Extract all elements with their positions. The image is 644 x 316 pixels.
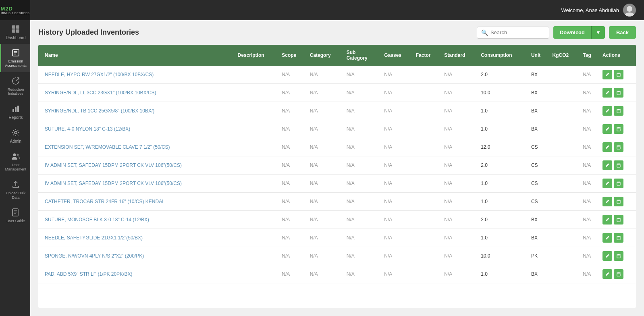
delete-button[interactable] bbox=[614, 215, 623, 225]
cell-tag: N/A bbox=[580, 247, 599, 265]
sidebar-item-reduction-initiatives[interactable]: Reduction Initiatives bbox=[0, 72, 30, 100]
cell-tag: N/A bbox=[580, 211, 599, 229]
cell-description bbox=[235, 84, 279, 102]
edit-button[interactable] bbox=[602, 70, 612, 79]
delete-button[interactable] bbox=[614, 233, 623, 243]
cell-kgco2 bbox=[549, 193, 580, 211]
svg-point-13 bbox=[13, 154, 16, 156]
cell-kgco2 bbox=[549, 211, 580, 229]
edit-button[interactable] bbox=[602, 179, 612, 188]
cell-name: SUTURE, MONOSOF BLK 3-0 18" C-14 (12/BX) bbox=[38, 211, 235, 229]
cell-gasses: N/A bbox=[381, 156, 412, 175]
cell-tag: N/A bbox=[580, 102, 599, 120]
cell-description bbox=[235, 247, 279, 265]
cell-description bbox=[235, 193, 279, 211]
cell-factor bbox=[413, 66, 441, 84]
delete-button[interactable] bbox=[614, 70, 623, 79]
cell-category: N/A bbox=[307, 175, 343, 193]
edit-button[interactable] bbox=[602, 197, 612, 206]
sidebar-item-reports[interactable]: Reports bbox=[0, 100, 30, 124]
cell-consumption: 1.0 bbox=[478, 120, 528, 138]
cell-actions bbox=[599, 265, 636, 283]
sidebar: M2D MINUS 2 DEGREES Dashboard Emission A… bbox=[0, 0, 30, 316]
main-content: Welcome, Anas Abdullah History Uploaded … bbox=[30, 0, 644, 316]
emission-assessments-icon bbox=[11, 48, 21, 58]
cell-actions bbox=[599, 120, 636, 138]
cell-gasses: N/A bbox=[381, 120, 412, 138]
search-input[interactable] bbox=[490, 29, 545, 35]
cell-category: N/A bbox=[307, 102, 343, 120]
cell-standard: N/A bbox=[441, 265, 478, 283]
edit-button[interactable] bbox=[602, 269, 612, 279]
cell-sub-category: N/A bbox=[343, 247, 381, 265]
cell-tag: N/A bbox=[580, 138, 599, 156]
cell-factor bbox=[413, 120, 441, 138]
delete-button[interactable] bbox=[614, 160, 623, 170]
cell-description bbox=[235, 229, 279, 247]
table-container: Name Description Scope Category SubCateg… bbox=[38, 45, 636, 308]
cell-description bbox=[235, 175, 279, 193]
svg-point-14 bbox=[17, 154, 19, 156]
download-arrow-button[interactable]: ▼ bbox=[591, 26, 605, 39]
table-row: SYRINGE/NDL, TB 1CC 25GX5/8" (100/BX 10B… bbox=[38, 102, 636, 120]
svg-rect-70 bbox=[617, 219, 620, 222]
edit-button[interactable] bbox=[602, 142, 612, 152]
table-scroll[interactable]: Name Description Scope Category SubCateg… bbox=[38, 45, 636, 308]
sidebar-item-user-guide[interactable]: User Guide bbox=[0, 204, 30, 227]
svg-rect-28 bbox=[617, 92, 620, 95]
cell-unit: PK bbox=[528, 247, 549, 265]
welcome-text: Welcome, Anas Abdullah bbox=[561, 7, 619, 13]
edit-button[interactable] bbox=[602, 106, 612, 116]
delete-button[interactable] bbox=[614, 106, 623, 116]
reduction-initiatives-icon bbox=[11, 76, 21, 86]
cell-category: N/A bbox=[307, 229, 343, 247]
delete-button[interactable] bbox=[614, 142, 623, 152]
edit-button[interactable] bbox=[602, 251, 612, 261]
sidebar-item-upload-bulk-data[interactable]: Upload Bulk Data bbox=[0, 176, 30, 204]
svg-rect-34 bbox=[617, 110, 620, 113]
svg-rect-58 bbox=[617, 183, 620, 185]
edit-button[interactable] bbox=[602, 233, 612, 243]
cell-consumption: 2.0 bbox=[478, 66, 528, 84]
col-sub-category: SubCategory bbox=[343, 45, 381, 66]
download-button[interactable]: Download bbox=[553, 26, 591, 39]
delete-button[interactable] bbox=[614, 88, 623, 98]
cell-tag: N/A bbox=[580, 265, 599, 283]
cell-unit: BX bbox=[528, 66, 549, 84]
cell-scope: N/A bbox=[278, 66, 307, 84]
cell-unit: BX bbox=[528, 84, 549, 102]
sidebar-item-dashboard[interactable]: Dashboard bbox=[0, 20, 30, 44]
user-info: Welcome, Anas Abdullah bbox=[561, 4, 636, 17]
edit-button[interactable] bbox=[602, 160, 612, 170]
delete-button[interactable] bbox=[614, 269, 623, 279]
svg-rect-15 bbox=[12, 209, 18, 216]
delete-button[interactable] bbox=[614, 251, 623, 261]
sidebar-item-user-management[interactable]: User Management bbox=[0, 148, 30, 176]
app-logo: M2D MINUS 2 DEGREES bbox=[0, 0, 30, 20]
svg-rect-22 bbox=[617, 74, 620, 77]
cell-sub-category: N/A bbox=[343, 193, 381, 211]
admin-icon bbox=[11, 128, 21, 137]
sidebar-item-emission-assessments[interactable]: Emission Assessments bbox=[0, 44, 30, 72]
user-management-icon bbox=[11, 152, 21, 161]
cell-sub-category: N/A bbox=[343, 120, 381, 138]
sidebar-item-admin[interactable]: Admin bbox=[0, 124, 30, 148]
sidebar-item-reports-label: Reports bbox=[8, 115, 23, 120]
cell-gasses: N/A bbox=[381, 84, 412, 102]
svg-rect-88 bbox=[617, 273, 620, 276]
edit-button[interactable] bbox=[602, 124, 612, 134]
delete-button[interactable] bbox=[614, 197, 623, 206]
delete-button[interactable] bbox=[614, 124, 623, 134]
cell-kgco2 bbox=[549, 84, 580, 102]
download-button-group: Download ▼ bbox=[553, 26, 605, 39]
col-scope: Scope bbox=[278, 45, 307, 66]
reports-icon bbox=[11, 104, 21, 114]
col-name: Name bbox=[38, 45, 235, 66]
svg-rect-76 bbox=[617, 237, 620, 240]
edit-button[interactable] bbox=[602, 215, 612, 225]
back-button[interactable]: Back bbox=[609, 26, 636, 39]
avatar bbox=[623, 4, 636, 17]
delete-button[interactable] bbox=[614, 179, 623, 188]
edit-button[interactable] bbox=[602, 88, 612, 98]
cell-actions bbox=[599, 156, 636, 175]
